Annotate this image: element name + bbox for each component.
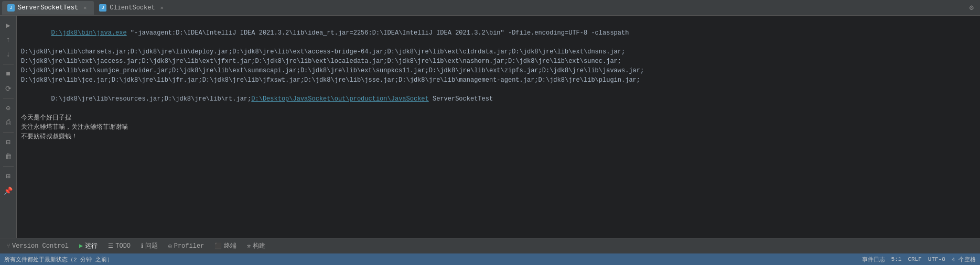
status-text: 所有文件都处于最新状态（2 分钟 之前） [4,256,113,263]
pin-sidebar-btn[interactable]: 📌 [2,184,15,197]
status-bar-right: 事件日志 5:1 CRLF UTF-8 4 个空格 [862,256,976,263]
terminal-output-3: 不要妨碍叔叔赚钱！ [21,132,976,141]
todo-label: TODO [115,242,131,250]
build-icon: ⚒ [247,242,251,249]
terminal-output-2: 关注永雏塔菲喵，关注永雏塔菲谢谢喵 [21,123,976,132]
build-toolbar-item[interactable]: ⚒ 构建 [245,240,267,251]
issues-toolbar-item[interactable]: ℹ 问题 [139,240,160,251]
up-sidebar-btn[interactable]: ↑ [2,34,15,46]
issues-label: 问题 [145,241,158,250]
terminal[interactable]: D:\jdk8\bin\java.exe "-javaagent:D:\IDEA… [17,16,980,238]
line-sep: CRLF [908,256,921,262]
profiler-icon: ◎ [168,242,172,249]
issues-icon: ℹ [141,242,143,249]
sidebar-divider-4 [3,166,14,167]
terminal-line-3: D:\jdk8\jre\lib\ext\jaccess.jar;D:\jdk8\… [21,57,976,66]
java-socket-link[interactable]: D:\Desktop\JavaSocket\out\production\Jav… [251,95,428,103]
build-label: 构建 [253,241,265,250]
run-sidebar-btn[interactable]: ▶ [2,19,15,31]
terminal-toolbar-item[interactable]: ⬛ 终端 [212,240,239,251]
terminal-line6-post: ServerSocketTest [429,95,493,103]
tab-server-close[interactable]: ✕ [81,4,89,12]
terminal-icon: ⬛ [214,242,222,249]
camera-sidebar-btn[interactable]: ⊙ [2,102,15,114]
run-toolbar-icon: ▶ [79,242,83,250]
spaces: 4 个空格 [952,256,976,263]
profiler-label: Profiler [174,242,204,250]
tab-client-icon: J [99,4,106,12]
todo-toolbar-item[interactable]: ☰ TODO [106,241,133,251]
terminal-line1-rest: "-javaagent:D:\IDEA\IntelliJ IDEA 2021.3… [127,29,629,37]
terminal-line-4: D:\jdk8\jre\lib\ext\sunjce_provider.jar;… [21,66,976,75]
tab-server[interactable]: J ServerSocketTest ✕ [2,1,94,15]
event-log[interactable]: 事件日志 [862,256,885,263]
rerun-sidebar-btn[interactable]: ⟳ [2,82,15,95]
print-sidebar-btn[interactable]: ⎙ [2,116,15,129]
terminal-line6-pre: D:\jdk8\jre\lib\resources.jar;D:\jdk8\jr… [51,95,252,103]
stop-sidebar-btn[interactable]: ■ [2,68,15,80]
terminal-output-1: 今天是个好日子捏 [21,113,976,123]
trash-sidebar-btn[interactable]: 🗑 [2,150,15,163]
tab-client-label: ClientSocket [110,4,155,12]
tab-client[interactable]: J ClientSocket ✕ [94,1,170,15]
sidebar-divider-2 [3,98,14,98]
bottom-toolbar: ⑂ Version Control ▶ 运行 ☰ TODO ℹ 问题 ◎ Pro… [0,238,980,253]
terminal-line-6: D:\jdk8\jre\lib\resources.jar;D:\jdk8\jr… [21,85,976,113]
tab-server-icon: J [7,4,15,12]
bookmark-sidebar-btn[interactable]: ⊟ [2,136,15,148]
encoding: UTF-8 [928,256,945,262]
run-toolbar-label: 运行 [85,241,98,250]
down-sidebar-btn[interactable]: ↓ [2,48,15,61]
terminal-label: 终端 [224,241,236,250]
main-container: J ServerSocketTest ✕ J ClientSocket ✕ ⚙ … [0,0,980,265]
status-bar: 所有文件都处于最新状态（2 分钟 之前） 事件日志 5:1 CRLF UTF-8… [0,253,980,265]
version-control-label: Version Control [12,242,69,250]
version-control-item[interactable]: ⑂ Version Control [4,241,71,251]
version-control-icon: ⑂ [6,243,10,249]
tab-bar: J ServerSocketTest ✕ J ClientSocket ✕ ⚙ [0,0,980,16]
terminal-line-5: D:\jdk8\jre\lib\jce.jar;D:\jdk8\jre\lib\… [21,75,976,85]
terminal-line-1: D:\jdk8\bin\java.exe "-javaagent:D:\IDEA… [21,19,976,47]
java-exe-link[interactable]: D:\jdk8\bin\java.exe [51,29,127,37]
run-toolbar-item[interactable]: ▶ 运行 [77,240,100,251]
line-col: 5:1 [891,256,902,262]
layout-sidebar-btn[interactable]: ⊞ [2,170,15,182]
todo-icon: ☰ [108,242,113,249]
profiler-toolbar-item[interactable]: ◎ Profiler [166,241,206,251]
tab-server-label: ServerSocketTest [18,4,78,12]
settings-icon[interactable]: ⚙ [965,3,978,12]
left-sidebar: ▶ ↑ ↓ ■ ⟳ ⊙ ⎙ ⊟ 🗑 ⊞ 📌 [0,16,17,238]
tab-client-close[interactable]: ✕ [158,4,166,12]
terminal-line-2: D:\jdk8\jre\lib\charsets.jar;D:\jdk8\jre… [21,47,976,57]
content-area: ▶ ↑ ↓ ■ ⟳ ⊙ ⎙ ⊟ 🗑 ⊞ 📌 D:\jdk8\bin\java.e… [0,16,980,238]
sidebar-divider-3 [3,132,14,132]
sidebar-divider-1 [3,64,14,64]
